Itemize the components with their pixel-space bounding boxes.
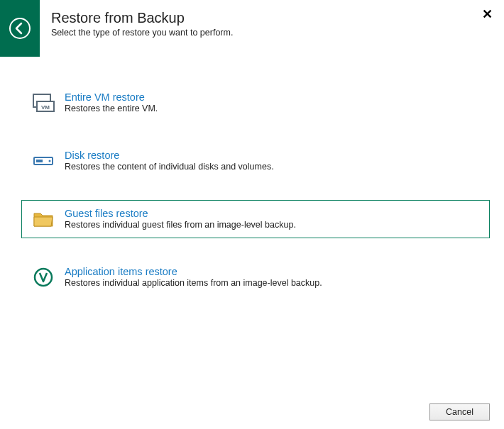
option-content: Disk restore Restores the content of ind… — [65, 150, 479, 172]
option-entire-vm-restore[interactable]: VM Entire VM restore Restores the entire… — [21, 84, 490, 122]
header-text-block: Restore from Backup Select the type of r… — [40, 0, 504, 38]
option-application-items-restore[interactable]: Application items restore Restores indiv… — [21, 258, 490, 296]
vm-icon: VM — [32, 91, 55, 114]
close-icon: ✕ — [482, 6, 493, 22]
option-content: Guest files restore Restores individual … — [65, 208, 479, 230]
option-disk-restore[interactable]: Disk restore Restores the content of ind… — [21, 142, 490, 180]
restore-options-list: VM Entire VM restore Restores the entire… — [0, 57, 504, 296]
option-title: Disk restore — [65, 150, 479, 161]
disk-icon — [32, 150, 55, 172]
option-content: Application items restore Restores indiv… — [65, 266, 479, 288]
folder-icon — [32, 208, 55, 230]
application-icon — [32, 266, 55, 289]
back-arrow-icon — [9, 17, 31, 40]
wizard-footer: Cancel — [429, 403, 490, 420]
back-button[interactable] — [0, 0, 40, 57]
page-title: Restore from Backup — [51, 10, 504, 26]
option-title: Entire VM restore — [65, 91, 479, 103]
option-title: Guest files restore — [65, 208, 479, 219]
wizard-header: Restore from Backup Select the type of r… — [0, 0, 504, 57]
option-guest-files-restore[interactable]: Guest files restore Restores individual … — [21, 200, 490, 238]
cancel-button[interactable]: Cancel — [429, 403, 490, 420]
svg-point-7 — [35, 269, 52, 286]
svg-rect-5 — [36, 160, 43, 162]
option-description: Restores the entire VM. — [65, 104, 479, 113]
svg-text:VM: VM — [41, 104, 50, 111]
option-description: Restores individual guest files from an … — [65, 220, 479, 230]
option-title: Application items restore — [65, 266, 479, 277]
svg-point-6 — [49, 160, 51, 162]
close-button[interactable]: ✕ — [480, 7, 494, 21]
option-description: Restores individual application items fr… — [65, 278, 479, 288]
page-subtitle: Select the type of restore you want to p… — [51, 28, 504, 38]
svg-point-0 — [10, 18, 30, 38]
option-content: Entire VM restore Restores the entire VM… — [65, 91, 479, 113]
option-description: Restores the content of individual disks… — [65, 162, 479, 172]
